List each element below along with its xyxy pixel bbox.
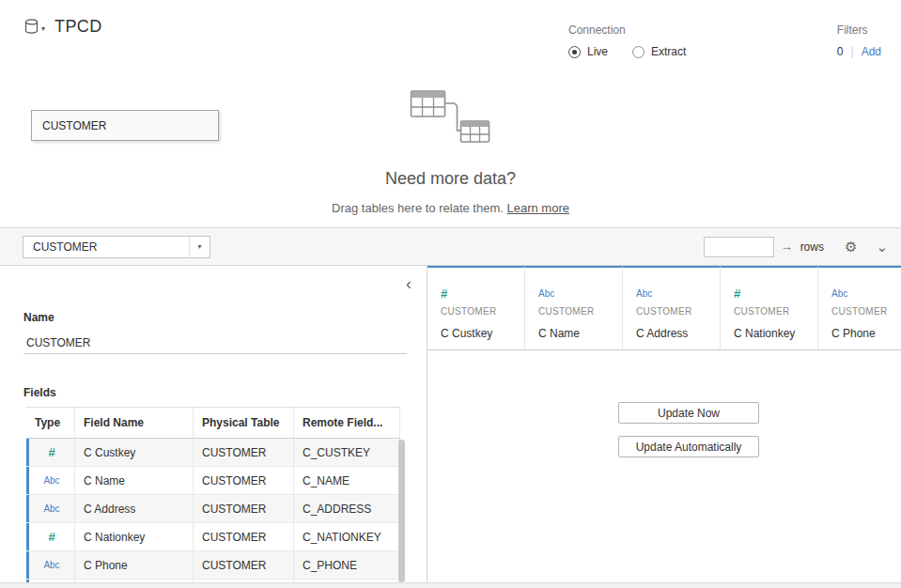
field-type-icon: Abc xyxy=(43,560,59,570)
table-row[interactable]: Abc C Phone CUSTOMER C_PHONE xyxy=(26,551,400,580)
remote-field-cell: C_PHONE xyxy=(294,551,400,579)
table-row[interactable]: # C Custkey CUSTOMER C_CUSTKEY xyxy=(26,439,400,467)
physical-table-cell: CUSTOMER xyxy=(194,523,294,550)
connection-radio-extract[interactable]: Extract xyxy=(632,45,686,58)
remote-field-cell: C_CUSTKEY xyxy=(294,439,400,466)
table-row[interactable]: # C Nationkey CUSTOMER C_NATIONKEY xyxy=(26,523,400,551)
field-type-icon: Abc xyxy=(43,475,59,486)
connection-label: Connection xyxy=(568,23,686,37)
datasource-title-block: ▾ TPCD xyxy=(24,17,102,37)
update-buttons: Update Now Update Automatically xyxy=(618,402,759,457)
chevron-down-icon[interactable]: ⌄ xyxy=(876,240,888,254)
relationship-canvas: CUSTOMER Need more data? Drag tables her… xyxy=(0,83,901,228)
rows-label: rows xyxy=(800,240,824,254)
update-automatically-button[interactable]: Update Automatically xyxy=(618,436,759,457)
column-field-name: C Address xyxy=(636,327,714,340)
database-cylinder-icon xyxy=(24,19,39,35)
canvas-empty-state: Need more data? Drag tables here to rela… xyxy=(332,89,569,215)
rows-arrow-icon: → xyxy=(781,240,793,254)
column-field-name: C Phone xyxy=(831,327,901,340)
grid-column-header[interactable]: Abc CUSTOMER C Phone xyxy=(818,266,901,349)
dropdown-caret-icon: ▼ xyxy=(189,237,210,257)
grid-column-header[interactable]: Abc CUSTOMER C Name xyxy=(525,266,623,349)
table-row-partial[interactable] xyxy=(26,580,400,582)
connection-radio-group: Live Extract xyxy=(568,45,686,58)
gear-icon[interactable]: ⚙ xyxy=(845,240,857,254)
fields-table: Type Field Name Physical Table Remote Fi… xyxy=(26,407,400,582)
filters-label: Filters xyxy=(837,23,881,37)
tables-illustration-icon xyxy=(408,89,494,147)
header: ▾ TPCD Connection Live Extract Filters 0 xyxy=(0,0,901,83)
column-field-name: C Name xyxy=(538,327,616,340)
column-type-icon: Abc xyxy=(831,288,847,301)
filters-divider: | xyxy=(851,45,854,58)
filters-section: Filters 0 | Add xyxy=(837,23,881,58)
update-now-button[interactable]: Update Now xyxy=(618,402,759,424)
table-select-value: CUSTOMER xyxy=(33,240,97,254)
field-name-cell: C Custkey xyxy=(75,439,194,466)
canvas-table-customer[interactable]: CUSTOMER xyxy=(31,110,219,141)
table-toolbar: CUSTOMER ▼ → rows ⚙ ⌄ xyxy=(0,228,901,266)
collapse-panel-icon[interactable]: ‹ xyxy=(406,275,412,292)
horizontal-scrollbar[interactable] xyxy=(0,582,901,588)
learn-more-link[interactable]: Learn more xyxy=(506,201,568,215)
header-remote-field[interactable]: Remote Field... xyxy=(294,408,400,438)
field-name-cell: C Address xyxy=(75,495,194,522)
field-name-cell: C Nationkey xyxy=(75,523,194,550)
field-type-icon: # xyxy=(48,445,54,459)
data-grid-panel: # CUSTOMER C Custkey Abc CUSTOMER C Name… xyxy=(427,266,901,582)
rows-controls: → rows ⚙ ⌄ xyxy=(704,237,888,257)
column-type-icon: # xyxy=(734,286,740,301)
radio-dot-live xyxy=(568,46,581,58)
filters-add-link[interactable]: Add xyxy=(862,45,881,58)
fields-label: Fields xyxy=(23,386,427,399)
table-row[interactable]: Abc C Name CUSTOMER C_NAME xyxy=(26,467,400,495)
empty-state-title: Need more data? xyxy=(332,169,569,189)
field-type-icon: Abc xyxy=(43,503,59,514)
empty-state-subtitle-text: Drag tables here to relate them. xyxy=(332,201,504,215)
column-field-name: C Nationkey xyxy=(734,327,812,340)
database-caret-icon: ▾ xyxy=(41,25,45,35)
empty-state-subtitle: Drag tables here to relate them. Learn m… xyxy=(332,201,569,215)
physical-table-cell: CUSTOMER xyxy=(194,495,294,522)
database-icon[interactable]: ▾ xyxy=(24,19,45,35)
row-limit-input[interactable] xyxy=(704,237,774,257)
header-physical-table[interactable]: Physical Table xyxy=(194,408,294,438)
field-type-icon: # xyxy=(48,530,54,544)
fields-table-header: Type Field Name Physical Table Remote Fi… xyxy=(26,408,400,439)
connection-radio-live[interactable]: Live xyxy=(568,45,608,58)
filters-row: 0 | Add xyxy=(837,45,881,58)
connection-radio-extract-label: Extract xyxy=(651,45,686,58)
remote-field-cell: C_ADDRESS xyxy=(294,495,400,522)
table-row[interactable]: Abc C Address CUSTOMER C_ADDRESS xyxy=(26,495,400,523)
physical-table-cell: CUSTOMER xyxy=(194,439,294,466)
field-name-cell: C Phone xyxy=(75,551,194,579)
grid-column-header[interactable]: # CUSTOMER C Custkey xyxy=(427,266,525,349)
grid-column-header[interactable]: # CUSTOMER C Nationkey xyxy=(721,266,818,349)
column-table-name: CUSTOMER xyxy=(636,306,714,317)
main-area: ‹ Name CUSTOMER Fields Type Field Name P… xyxy=(0,266,901,582)
vertical-scrollbar-thumb[interactable] xyxy=(398,440,405,582)
header-type[interactable]: Type xyxy=(26,408,75,438)
radio-dot-extract xyxy=(632,46,645,58)
field-name-cell: C Name xyxy=(75,467,194,494)
column-type-icon: Abc xyxy=(538,288,554,301)
connection-section: Connection Live Extract xyxy=(568,23,686,58)
column-table-name: CUSTOMER xyxy=(538,306,616,317)
header-field-name[interactable]: Field Name xyxy=(75,408,194,438)
column-type-icon: # xyxy=(441,286,447,301)
connection-radio-live-label: Live xyxy=(587,45,608,58)
column-field-name: C Custkey xyxy=(441,327,519,340)
tableau-datasource-page: ▾ TPCD Connection Live Extract Filters 0 xyxy=(0,0,901,588)
column-table-name: CUSTOMER xyxy=(441,306,519,317)
data-grid-headers: # CUSTOMER C Custkey Abc CUSTOMER C Name… xyxy=(427,266,901,350)
datasource-title: TPCD xyxy=(54,17,102,37)
grid-column-header[interactable]: Abc CUSTOMER C Address xyxy=(623,266,721,349)
table-select-dropdown[interactable]: CUSTOMER ▼ xyxy=(23,236,210,258)
filters-count: 0 xyxy=(837,45,844,58)
remote-field-cell: C_NAME xyxy=(294,467,400,494)
remote-field-cell: C_NATIONKEY xyxy=(294,523,400,550)
table-name-field[interactable]: CUSTOMER xyxy=(23,332,407,354)
physical-table-cell: CUSTOMER xyxy=(194,467,294,494)
column-table-name: CUSTOMER xyxy=(734,306,812,317)
